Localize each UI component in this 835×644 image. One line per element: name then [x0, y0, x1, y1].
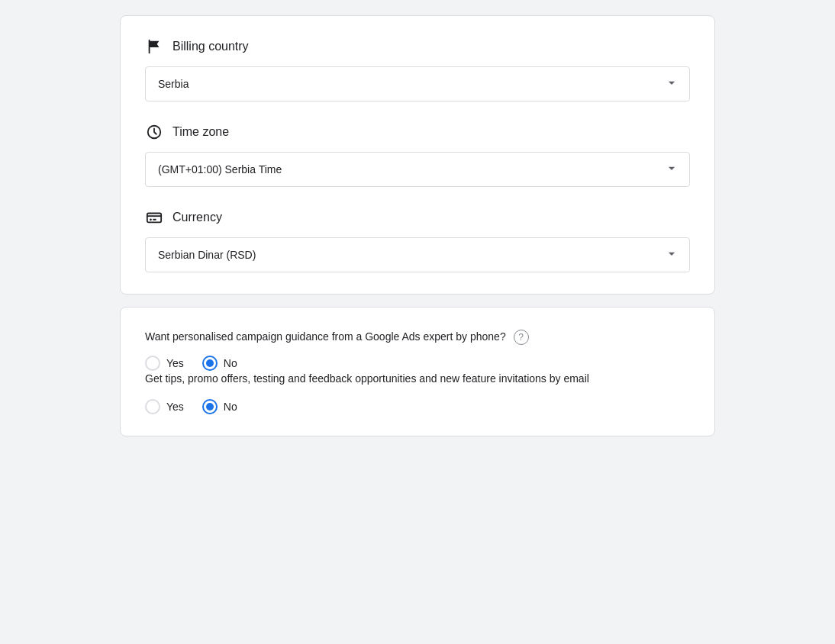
- email-tips-no-radio[interactable]: [202, 399, 218, 414]
- svg-rect-3: [153, 219, 156, 221]
- clock-icon: [145, 123, 163, 141]
- phone-guidance-question-row: Want personalised campaign guidance from…: [145, 329, 690, 345]
- phone-guidance-no-label[interactable]: No: [202, 356, 237, 371]
- currency-select[interactable]: Serbian Dinar (RSD): [145, 237, 690, 272]
- email-tips-yes-label[interactable]: Yes: [145, 399, 184, 414]
- svg-point-2: [150, 218, 152, 221]
- phone-guidance-yes-text: Yes: [166, 357, 184, 369]
- billing-country-select-wrapper: Serbia: [145, 66, 690, 101]
- phone-guidance-yes-radio[interactable]: [145, 356, 160, 371]
- billing-country-section: Billing country Serbia: [145, 37, 690, 101]
- phone-guidance-no-text: No: [224, 357, 237, 369]
- timezone-section: Time zone (GMT+01:00) Serbia Time: [145, 123, 690, 187]
- timezone-select-wrapper: (GMT+01:00) Serbia Time: [145, 152, 690, 187]
- email-tips-yes-radio[interactable]: [145, 399, 160, 414]
- currency-card-icon: [145, 208, 163, 227]
- currency-header: Currency: [145, 208, 690, 227]
- timezone-header: Time zone: [145, 123, 690, 141]
- flag-icon: [145, 37, 163, 56]
- currency-section: Currency Serbian Dinar (RSD): [145, 208, 690, 272]
- currency-select-wrapper: Serbian Dinar (RSD): [145, 237, 690, 272]
- email-tips-yes-text: Yes: [166, 401, 184, 413]
- phone-guidance-question: Want personalised campaign guidance from…: [145, 329, 506, 345]
- email-tips-radio-group: Yes No: [145, 399, 690, 414]
- timezone-title: Time zone: [172, 125, 229, 139]
- svg-rect-1: [147, 214, 161, 223]
- phone-guidance-yes-label[interactable]: Yes: [145, 356, 184, 371]
- phone-guidance-radio-group: Yes No: [145, 356, 690, 371]
- billing-country-title: Billing country: [172, 40, 249, 53]
- phone-guidance-no-radio[interactable]: [202, 356, 218, 371]
- phone-guidance-section: Want personalised campaign guidance from…: [145, 329, 690, 371]
- currency-title: Currency: [172, 211, 222, 224]
- phone-guidance-help-icon[interactable]: ?: [514, 330, 529, 345]
- preferences-card: Want personalised campaign guidance from…: [120, 307, 715, 436]
- timezone-select[interactable]: (GMT+01:00) Serbia Time: [145, 152, 690, 187]
- email-tips-section: Get tips, promo offers, testing and feed…: [145, 371, 690, 414]
- billing-country-select[interactable]: Serbia: [145, 66, 690, 101]
- email-tips-no-label[interactable]: No: [202, 399, 237, 414]
- content-wrapper: Billing country Serbia: [120, 15, 715, 436]
- billing-country-header: Billing country: [145, 37, 690, 56]
- settings-card: Billing country Serbia: [120, 15, 715, 295]
- email-tips-no-text: No: [224, 401, 237, 413]
- page-container: Billing country Serbia: [0, 15, 835, 629]
- email-tips-question: Get tips, promo offers, testing and feed…: [145, 371, 690, 387]
